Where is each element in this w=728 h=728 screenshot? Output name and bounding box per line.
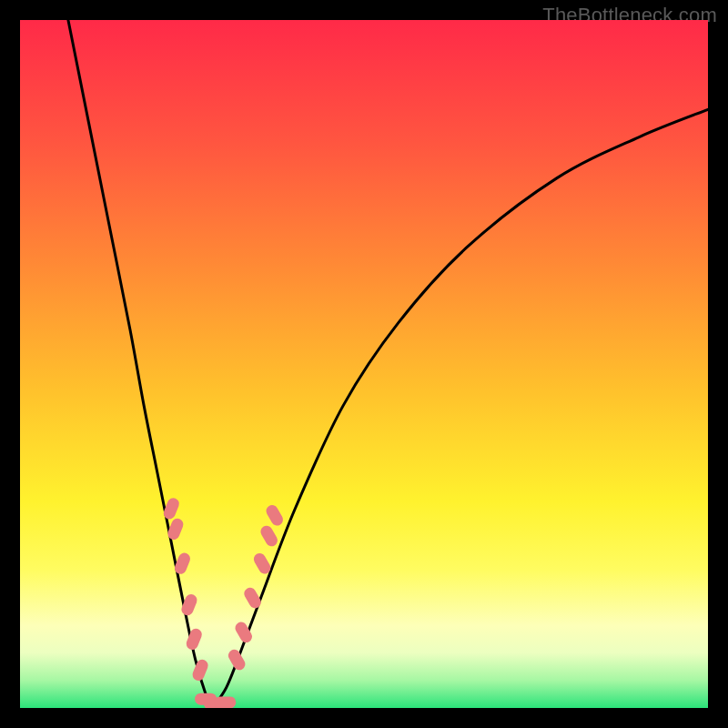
plot-area: [20, 20, 708, 708]
marker-group: [162, 496, 286, 708]
marker-point: [264, 503, 285, 528]
svg-rect-11: [264, 503, 285, 528]
curve-group: [68, 20, 708, 708]
svg-rect-5: [191, 658, 210, 682]
marker-point: [214, 696, 236, 708]
marker-point: [185, 627, 204, 652]
svg-rect-6: [227, 647, 248, 672]
chart-svg: [20, 20, 708, 708]
marker-point: [227, 647, 248, 672]
marker-point: [258, 523, 279, 548]
svg-rect-10: [258, 523, 279, 548]
svg-rect-4: [185, 627, 204, 652]
chart-container: TheBottleneck.com: [0, 0, 728, 728]
marker-point: [191, 658, 210, 682]
svg-rect-14: [214, 696, 236, 708]
curve-right-curve: [213, 109, 708, 708]
